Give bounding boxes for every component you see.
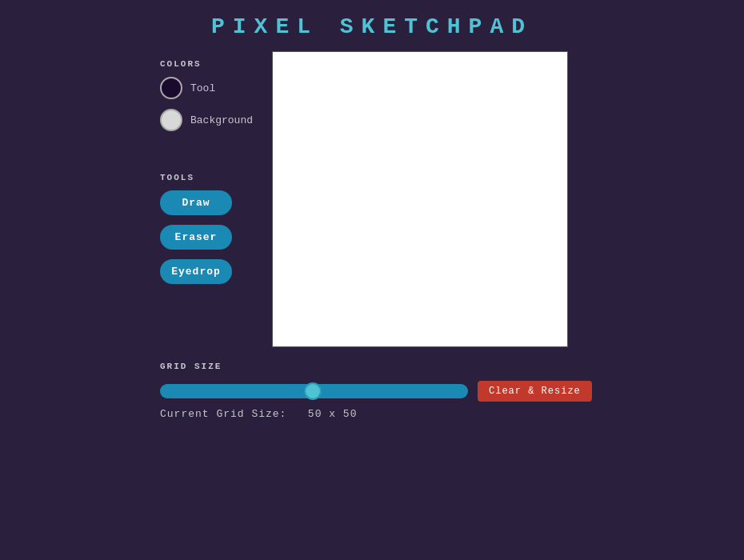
tool-color-label: Tool bbox=[190, 82, 215, 94]
clear-resize-button[interactable]: Clear & Resize bbox=[478, 381, 592, 402]
colors-section-label: COLORS bbox=[160, 59, 264, 69]
current-grid-size-display: Current Grid Size: 50 x 50 bbox=[160, 408, 744, 420]
eraser-button[interactable]: Eraser bbox=[160, 225, 232, 250]
eyedrop-button[interactable]: Eyedrop bbox=[160, 259, 232, 284]
grid-size-slider[interactable] bbox=[160, 384, 468, 398]
grid-size-label: GRID SIZE bbox=[160, 362, 744, 371]
tools-section-label: TOOLS bbox=[160, 173, 264, 182]
drawing-canvas[interactable] bbox=[272, 51, 568, 347]
draw-button[interactable]: Draw bbox=[160, 190, 232, 215]
app-title: PIXEL SKETCHPAD bbox=[0, 0, 744, 47]
tool-color-swatch[interactable] bbox=[160, 77, 182, 99]
background-color-swatch[interactable] bbox=[160, 109, 182, 131]
background-color-label: Background bbox=[190, 114, 253, 126]
